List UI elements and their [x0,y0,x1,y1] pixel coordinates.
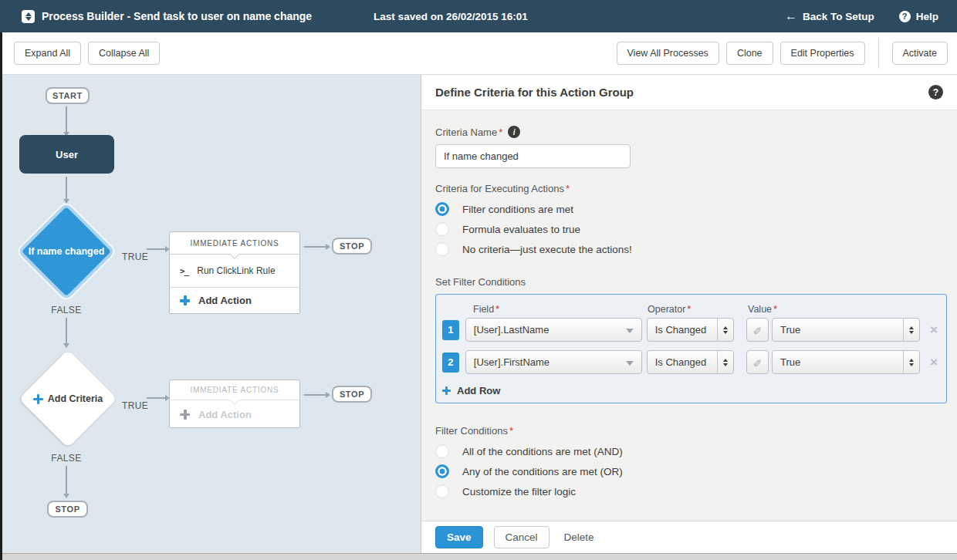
terminal-icon: >_ [180,266,188,276]
add-criteria-label: Add Criteria [48,393,103,404]
required-mark: * [509,425,513,437]
true-branch-label: TRUE [122,251,148,262]
criteria-diamond-if-name-changed[interactable]: If name changed [16,201,117,302]
dropdown-arrow-icon [626,329,634,333]
immediate-actions-title: IMMEDIATE ACTIONS [170,380,299,400]
help-icon: ? [899,11,911,22]
criteria-diamond-label: If name changed [16,201,117,302]
last-saved-text: Last saved on 26/02/2015 16:01 [374,11,528,22]
plus-icon [442,386,451,395]
save-button[interactable]: Save [435,526,483,548]
panel-help-icon[interactable]: ? [928,85,943,100]
connector-arrow [304,394,326,396]
row-number-badge: 1 [442,320,459,340]
help-label: Help [916,11,938,22]
add-action-button-1[interactable]: Add Action [170,288,299,313]
spinner-icon [717,351,733,373]
connector-arrow [304,246,326,248]
pencil-icon: ✎ [753,324,763,336]
false-branch-label: FALSE [46,305,86,315]
connector-arrow [147,397,165,399]
add-action-label: Add Action [198,409,252,420]
horizontal-scrollbar[interactable] [0,553,957,560]
radio-any-conditions-or[interactable]: Any of the conditions are met (OR) [435,464,943,478]
operator-select-2[interactable]: Is Changed [647,350,735,374]
required-mark: * [566,183,570,194]
toolbar: Expand All Collapse All View All Process… [0,32,957,75]
back-arrow-icon: ← [785,10,797,22]
cancel-button[interactable]: Cancel [494,526,550,548]
object-node-user[interactable]: User [19,135,114,174]
spinner-icon [903,351,919,373]
plus-icon [180,410,190,420]
value-select-2[interactable]: True [772,350,920,374]
help-link[interactable]: ? Help [899,11,938,22]
dropdown-arrow-icon [626,361,634,366]
filter-row-1: 1 [User].LastName Is Changed ✎ True × [442,318,940,342]
add-row-button[interactable]: Add Row [442,383,940,398]
radio-icon [435,242,449,256]
stop-node: STOP [332,386,372,403]
window-left-edge [0,32,2,560]
value-select-1[interactable]: True [772,318,920,342]
add-criteria-diamond[interactable]: Add Criteria [18,349,118,449]
expand-all-button[interactable]: Expand All [14,42,81,65]
action-item-run-clicklink-rule[interactable]: >_ Run ClickLink Rule [170,255,299,288]
plus-icon [180,295,190,305]
radio-filter-conditions-met[interactable]: Filter conditions are met [435,202,943,216]
false-branch-label: FALSE [46,453,86,464]
spinner-icon [903,319,919,341]
immediate-actions-box-2: IMMEDIATE ACTIONS Add Action [169,380,300,428]
info-icon[interactable]: i [508,126,520,138]
radio-all-conditions-and[interactable]: All of the conditions are met (AND) [435,444,943,458]
filter-row-2: 2 [User].FirstName Is Changed ✎ True × [442,350,940,374]
field-select-1[interactable]: [User].LastName [465,318,642,342]
app-header: Process Builder - Send task to user on n… [0,0,957,32]
remove-row-icon[interactable]: × [928,356,940,369]
radio-icon [435,222,449,236]
app-title: Process Builder - Send task to user on n… [42,10,312,22]
operator-select-1[interactable]: Is Changed [647,318,735,342]
field-select-2[interactable]: [User].FirstName [465,350,642,374]
action-item-label: Run ClickLink Rule [197,265,275,276]
radio-formula-true[interactable]: Formula evaluates to true [435,222,943,236]
set-filter-conditions-label: Set Filter Conditions [435,276,526,288]
connector-arrow [66,466,67,494]
column-header-value: Value* [748,303,940,315]
remove-row-icon[interactable]: × [928,323,940,336]
criteria-name-label: Criteria Name [435,127,497,138]
criteria-name-input[interactable] [435,144,631,168]
radio-icon [435,444,449,458]
radio-customize-filter-logic[interactable]: Customize the filter logic [435,484,943,498]
stop-node: STOP [332,238,372,255]
filter-conditions-label: Filter Conditions [435,425,508,437]
clone-button[interactable]: Clone [726,42,773,65]
immediate-actions-title: IMMEDIATE ACTIONS [170,232,299,255]
radio-icon [435,484,449,498]
edit-value-button-1[interactable]: ✎ [746,318,769,342]
delete-link[interactable]: Delete [564,531,594,543]
view-all-processes-button[interactable]: View All Processes [617,42,719,65]
radio-no-criteria[interactable]: No criteria—just execute the actions! [435,242,943,256]
criteria-panel: Define Criteria for this Action Group ? … [421,75,957,553]
back-to-setup-link[interactable]: ← Back To Setup [785,10,874,22]
column-header-operator: Operator* [648,303,748,315]
filter-conditions-box: Field* Operator* Value* 1 [User].LastNam… [435,294,947,403]
collapse-all-button[interactable]: Collapse All [88,42,160,65]
stop-node: STOP [47,501,88,518]
add-row-label: Add Row [457,385,500,396]
process-builder-icon [22,10,35,23]
toolbar-divider [878,38,879,69]
immediate-actions-box-1: IMMEDIATE ACTIONS >_ Run ClickLink Rule … [169,231,300,314]
executing-actions-label: Criteria for Executing Actions [435,183,564,194]
column-header-field: Field* [465,303,648,315]
edit-properties-button[interactable]: Edit Properties [780,42,865,65]
required-mark: * [499,127,502,138]
activate-button[interactable]: Activate [892,42,948,65]
row-number-badge: 2 [442,353,459,373]
add-action-label: Add Action [198,295,252,306]
connector-arrow [66,106,67,132]
panel-title: Define Criteria for this Action Group [435,86,634,99]
true-branch-label: TRUE [122,400,148,411]
edit-value-button-2[interactable]: ✎ [746,350,769,374]
